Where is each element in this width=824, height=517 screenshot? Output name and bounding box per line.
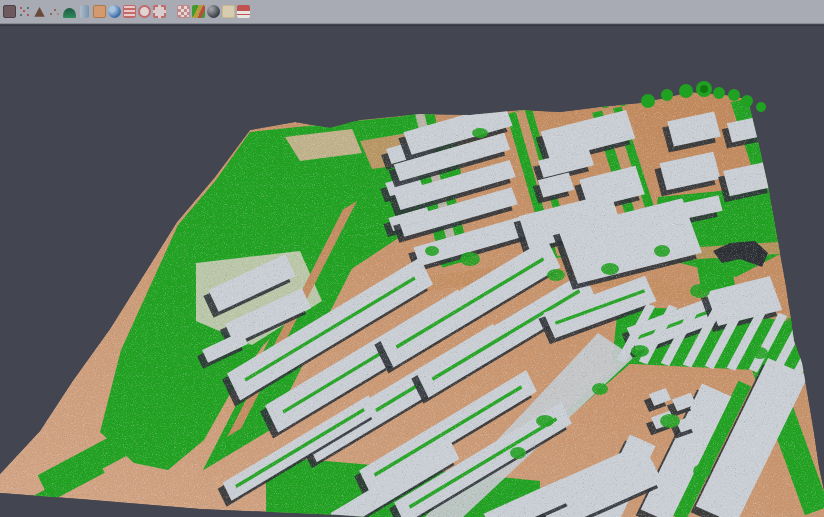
contour-points-icon[interactable] bbox=[48, 5, 61, 18]
list-lines-icon[interactable] bbox=[123, 5, 136, 18]
crossed-box-icon[interactable] bbox=[222, 5, 235, 18]
classification-palette-icon[interactable] bbox=[192, 5, 205, 18]
mountain-icon[interactable] bbox=[33, 5, 46, 18]
window-icon[interactable] bbox=[3, 5, 16, 18]
globe-icon[interactable] bbox=[108, 5, 121, 18]
terrain-mound-icon[interactable] bbox=[63, 8, 76, 18]
terrain-model bbox=[0, 26, 824, 517]
toolbar bbox=[0, 0, 824, 24]
toolbar-group-2 bbox=[176, 5, 251, 18]
scatter-points-icon[interactable] bbox=[18, 5, 31, 18]
point-cloud-render bbox=[0, 26, 824, 517]
viewport-3d[interactable] bbox=[0, 25, 824, 517]
column-icon[interactable] bbox=[80, 5, 89, 18]
ortho-tile-icon[interactable] bbox=[93, 5, 106, 18]
selection-brackets-icon[interactable] bbox=[153, 5, 166, 18]
toolbar-group-1 bbox=[2, 5, 167, 18]
target-ring-icon[interactable] bbox=[138, 5, 151, 18]
app-window bbox=[0, 0, 824, 517]
red-flag-icon[interactable] bbox=[237, 5, 250, 18]
checkerboard-icon[interactable] bbox=[177, 5, 190, 18]
sphere-icon[interactable] bbox=[207, 5, 220, 18]
